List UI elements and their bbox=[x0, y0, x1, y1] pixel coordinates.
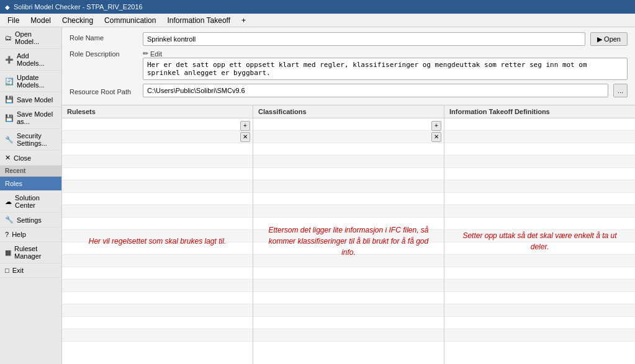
panel-row bbox=[444, 317, 635, 329]
sidebar-item-save-model-as[interactable]: 💾 Save Model as... bbox=[0, 107, 61, 129]
update-models-icon: 🔄 bbox=[5, 78, 14, 86]
role-name-label: Role Name bbox=[70, 32, 138, 42]
panel-row bbox=[62, 280, 253, 292]
help-icon: ? bbox=[5, 231, 9, 238]
rulesets-add-button[interactable]: + bbox=[240, 121, 250, 131]
panel-row bbox=[444, 304, 635, 317]
menu-item-communication[interactable]: Communication bbox=[99, 15, 161, 26]
menu-item-+[interactable]: + bbox=[236, 15, 251, 26]
sidebar: 🗂 Open Model... ➕ Add Models... 🔄 Update… bbox=[0, 27, 62, 364]
panel-header-information-takeoff: Information Takeoff Definitions bbox=[444, 105, 635, 118]
panel-row bbox=[62, 304, 253, 317]
classifications-add-button[interactable]: + bbox=[431, 121, 441, 131]
panel-row bbox=[62, 205, 253, 218]
menu-item-checking[interactable]: Checking bbox=[57, 15, 98, 26]
content-area: Role Name ▶ Open Role Description ✏ Edit bbox=[62, 27, 635, 364]
sidebar-item-open-model[interactable]: 🗂 Open Model... bbox=[0, 27, 61, 49]
rulesets-annotation: Her vil regelsettet som skal brukes lagt… bbox=[76, 236, 238, 247]
panel-row bbox=[62, 118, 253, 131]
panels-header: Rulesets Classifications Information Tak… bbox=[62, 105, 635, 118]
panel-row bbox=[62, 267, 253, 280]
role-name-input[interactable] bbox=[143, 32, 585, 46]
panel-row bbox=[253, 292, 444, 304]
sidebar-item-settings[interactable]: 🔧 Settings bbox=[0, 213, 61, 228]
panel-row bbox=[253, 131, 444, 143]
sidebar-item-exit[interactable]: □ Exit bbox=[0, 264, 61, 278]
sidebar-item-close[interactable]: ✕ Close bbox=[0, 151, 61, 166]
sidebar-item-help[interactable]: ? Help bbox=[0, 228, 61, 242]
panels-area: Rulesets Classifications Information Tak… bbox=[62, 105, 635, 364]
resource-root-path-label: Resource Root Path bbox=[70, 86, 138, 95]
panel-row bbox=[253, 180, 444, 193]
panel-row bbox=[62, 193, 253, 205]
information-takeoff-annotation: Setter opp uttak så det skal være enkelt… bbox=[459, 230, 621, 252]
save-model-as-icon: 💾 bbox=[5, 114, 14, 122]
security-settings-icon: 🔧 bbox=[5, 136, 14, 144]
sidebar-item-label: Close bbox=[14, 154, 31, 162]
panel-row bbox=[62, 255, 253, 267]
ruleset-manager-icon: ▦ bbox=[5, 249, 11, 257]
panel-row bbox=[62, 180, 253, 193]
sidebar-item-label: Solution Center bbox=[15, 194, 56, 209]
classifications-toolbar: + ✕ bbox=[431, 121, 441, 142]
panel-row bbox=[444, 218, 635, 230]
panel-row bbox=[62, 156, 253, 168]
panel-row bbox=[62, 218, 253, 230]
sidebar-item-label: Roles bbox=[5, 180, 22, 187]
panel-row bbox=[253, 205, 444, 218]
dots-button[interactable]: ... bbox=[613, 84, 628, 97]
resource-root-path-input[interactable] bbox=[143, 84, 608, 97]
menu-bar: FileModelCheckingCommunicationInformatio… bbox=[0, 14, 635, 27]
panel-row bbox=[253, 280, 444, 292]
menu-item-file[interactable]: File bbox=[2, 15, 24, 26]
panel-row bbox=[444, 280, 635, 292]
role-description-label: Role Description bbox=[70, 48, 120, 58]
sidebar-item-solution-center[interactable]: ☁ Solution Center bbox=[0, 191, 61, 213]
panel-row bbox=[444, 118, 635, 131]
panel-row bbox=[444, 205, 635, 218]
sidebar-item-ruleset-manager[interactable]: ▦ Ruleset Manager bbox=[0, 242, 61, 264]
sidebar-section-recent: Recent bbox=[0, 166, 61, 177]
main-layout: 🗂 Open Model... ➕ Add Models... 🔄 Update… bbox=[0, 27, 635, 364]
rulesets-toolbar: + ✕ bbox=[240, 121, 250, 142]
sidebar-item-security-settings[interactable]: 🔧 Security Settings... bbox=[0, 129, 61, 151]
role-name-row: Role Name ▶ Open bbox=[70, 32, 628, 46]
add-models-icon: ➕ bbox=[5, 56, 14, 64]
rulesets-remove-button[interactable]: ✕ bbox=[240, 132, 250, 142]
settings-icon: 🔧 bbox=[5, 216, 14, 224]
panel-row bbox=[444, 156, 635, 168]
panel-header-rulesets: Rulesets bbox=[62, 105, 253, 118]
open-button[interactable]: ▶ Open bbox=[590, 32, 628, 46]
sidebar-item-add-models[interactable]: ➕ Add Models... bbox=[0, 49, 61, 71]
sidebar-item-label: Settings bbox=[17, 216, 42, 224]
panels-content: + ✕ bbox=[62, 118, 635, 364]
title-bar: ◆ Solibri Model Checker - STPA_RIV_E2016 bbox=[0, 0, 635, 14]
panel-row bbox=[444, 329, 635, 342]
sidebar-item-label: Add Models... bbox=[17, 52, 56, 67]
menu-item-model[interactable]: Model bbox=[25, 15, 56, 26]
classifications-remove-button[interactable]: ✕ bbox=[431, 132, 441, 142]
sidebar-item-label: Open Model... bbox=[15, 30, 56, 45]
panel-rulesets: + ✕ bbox=[62, 118, 253, 364]
sidebar-item-save-model[interactable]: 💾 Save Model bbox=[0, 92, 61, 107]
edit-label: ✏ Edit bbox=[143, 50, 628, 58]
solution-center-icon: ☁ bbox=[5, 198, 12, 206]
panel-row bbox=[253, 168, 444, 180]
panel-row bbox=[62, 131, 253, 143]
sidebar-item-label: Update Models... bbox=[17, 74, 56, 89]
panel-row bbox=[253, 143, 444, 156]
sidebar-item-label: Ruleset Manager bbox=[14, 245, 56, 260]
resource-root-path-row: Resource Root Path ... bbox=[70, 84, 628, 97]
panel-row bbox=[62, 168, 253, 180]
open-button-label: Open bbox=[604, 35, 621, 43]
role-description-textarea[interactable]: Her er det satt opp ett oppsett klart me… bbox=[143, 58, 628, 80]
open-button-icon: ▶ bbox=[597, 35, 602, 43]
sidebar-item-update-models[interactable]: 🔄 Update Models... bbox=[0, 71, 61, 92]
sidebar-item-roles[interactable]: Roles bbox=[0, 177, 61, 191]
panel-classifications: + ✕ bbox=[253, 118, 444, 364]
panel-row bbox=[444, 143, 635, 156]
panel-row bbox=[444, 131, 635, 143]
panel-row bbox=[444, 292, 635, 304]
menu-item-information-takeoff[interactable]: Information Takeoff bbox=[162, 15, 235, 26]
panel-row bbox=[444, 168, 635, 180]
